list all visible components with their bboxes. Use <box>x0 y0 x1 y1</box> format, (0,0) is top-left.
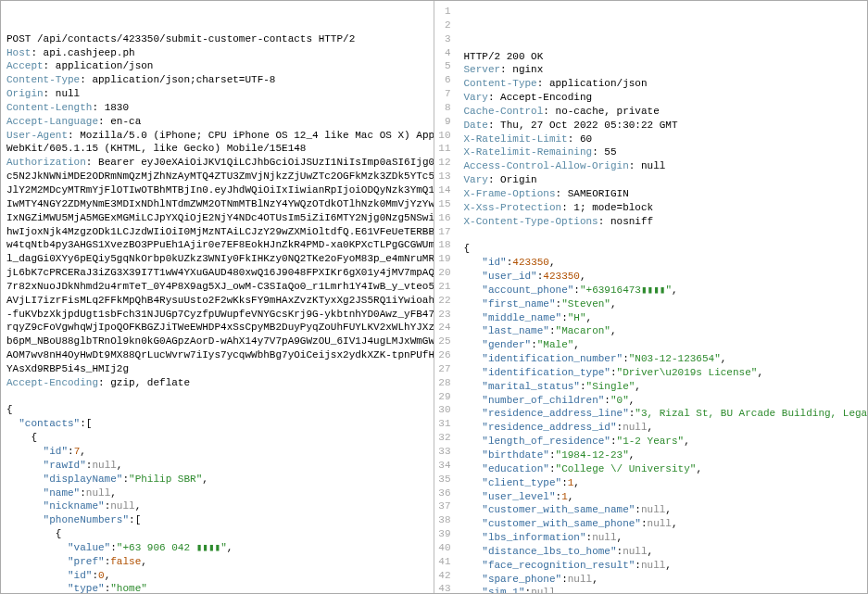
response-pane[interactable]: 1234567891011121314151617181920212223242… <box>434 1 868 593</box>
line-gutter: 1234567891011121314151617181920212223242… <box>434 1 455 593</box>
response-text: HTTP/2 200 OK Server: nginx Content-Type… <box>460 46 862 593</box>
request-pane[interactable]: POST /api/contacts/423350/submit-custome… <box>1 1 434 593</box>
request-text: POST /api/contacts/423350/submit-custome… <box>6 32 428 593</box>
